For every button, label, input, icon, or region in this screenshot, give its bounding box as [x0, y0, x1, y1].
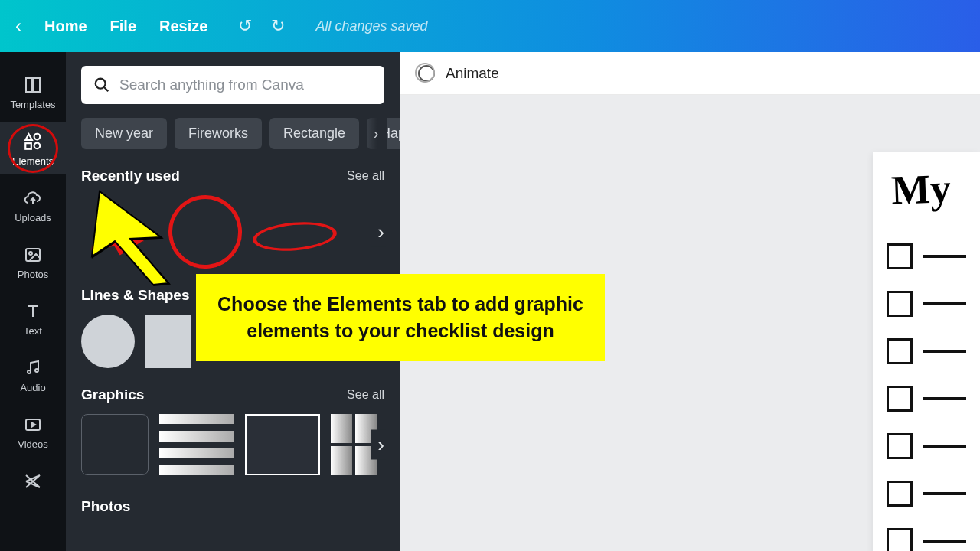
elements-icon: [23, 132, 43, 152]
canvas-toolbar: Animate: [400, 52, 980, 95]
svg-point-8: [35, 369, 38, 372]
undo-icon[interactable]: ↺: [238, 16, 252, 36]
chip-rectangle[interactable]: Rectangle: [270, 118, 359, 149]
rail-elements-label: Elements: [12, 155, 54, 167]
element-red-oval[interactable]: [252, 219, 338, 254]
videos-icon: [23, 415, 43, 435]
section-graphics-title: Graphics: [81, 386, 144, 403]
graphics-row: ›: [81, 414, 384, 475]
graphic-rect-outline[interactable]: [245, 414, 320, 475]
graphic-lines[interactable]: [159, 414, 234, 475]
svg-marker-11: [92, 191, 168, 285]
save-status: All changes saved: [315, 18, 427, 34]
checklist-item: [887, 243, 966, 269]
shape-circle[interactable]: [81, 315, 135, 368]
uploads-icon: [23, 188, 43, 208]
section-photos-title: Photos: [81, 498, 130, 515]
page-heading: My: [890, 164, 967, 214]
search-box[interactable]: [81, 66, 384, 104]
chip-new-year[interactable]: New year: [81, 118, 167, 149]
resize-menu[interactable]: Resize: [159, 18, 207, 35]
section-graphics-seeall[interactable]: See all: [347, 388, 384, 402]
rail-templates-label: Templates: [10, 99, 55, 110]
rail-audio[interactable]: Audio: [0, 349, 66, 401]
rail-elements[interactable]: Elements: [0, 122, 66, 174]
rail-text-label: Text: [24, 325, 42, 337]
search-input[interactable]: [119, 77, 372, 93]
svg-point-4: [34, 143, 41, 149]
home-link[interactable]: Home: [44, 18, 87, 35]
annotation-arrow-icon: [84, 184, 191, 294]
annotation-tooltip: Choose the Elements tab to add graphic e…: [196, 274, 605, 361]
checklist-item: [887, 386, 966, 412]
checklist-item: [887, 291, 966, 317]
checklist-item: [887, 481, 966, 507]
graphic-grid[interactable]: [331, 414, 377, 475]
animate-icon: [418, 65, 435, 82]
chips-scroll-right-icon[interactable]: ›: [364, 118, 387, 149]
graphics-scroll-right-icon[interactable]: ›: [371, 430, 386, 460]
design-page[interactable]: My: [873, 152, 980, 551]
redo-icon[interactable]: ↻: [271, 16, 285, 36]
suggestion-chips: New year Fireworks Rectangle Happ ›: [81, 118, 384, 149]
audio-icon: [23, 358, 43, 378]
chip-fireworks[interactable]: Fireworks: [175, 118, 262, 149]
svg-rect-0: [26, 78, 32, 92]
checklist-item: [887, 433, 966, 459]
search-icon: [93, 77, 110, 93]
section-recent-title: Recently used: [81, 168, 180, 184]
svg-point-6: [29, 252, 32, 255]
text-icon: [23, 302, 43, 321]
recent-scroll-right-icon[interactable]: ›: [371, 217, 386, 247]
rail-templates[interactable]: Templates: [0, 66, 66, 118]
rail-text[interactable]: Text: [0, 292, 66, 344]
rail-audio-label: Audio: [20, 382, 45, 393]
rail-videos[interactable]: Videos: [0, 406, 66, 458]
top-toolbar: ‹ Home File Resize ↺ ↻ All changes saved: [0, 0, 980, 52]
checklist-item: [887, 528, 966, 551]
svg-point-2: [34, 134, 41, 140]
rail-uploads[interactable]: Uploads: [0, 179, 66, 231]
svg-point-7: [28, 370, 31, 373]
templates-icon: [23, 75, 43, 95]
svg-rect-3: [25, 143, 31, 149]
rail-uploads-label: Uploads: [15, 212, 51, 223]
svg-point-10: [96, 79, 106, 89]
section-recent-seeall[interactable]: See all: [347, 169, 384, 183]
back-icon[interactable]: ‹: [15, 15, 21, 37]
file-menu[interactable]: File: [110, 18, 136, 35]
graphic-frame[interactable]: [81, 414, 149, 475]
svg-rect-1: [34, 78, 40, 92]
rail-more[interactable]: [0, 462, 66, 499]
rail-photos-label: Photos: [18, 269, 48, 280]
shape-square[interactable]: [145, 315, 191, 368]
more-icon: [23, 471, 43, 491]
animate-button[interactable]: Animate: [446, 65, 499, 82]
side-rail: Templates Elements Uploads Photos Text A…: [0, 52, 66, 551]
photos-icon: [23, 245, 43, 265]
checklist-item: [887, 338, 966, 364]
rail-photos[interactable]: Photos: [0, 236, 66, 288]
rail-videos-label: Videos: [18, 439, 48, 450]
